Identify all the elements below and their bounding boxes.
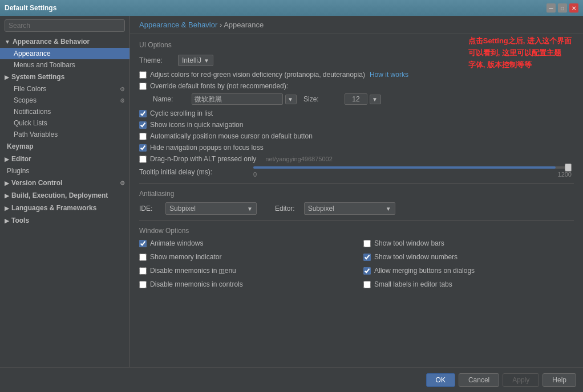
breadcrumb-parent[interactable]: Appearance & Behavior [139, 21, 217, 29]
disable-mnemonics-menu-checkbox[interactable] [139, 267, 147, 275]
content-inner: 点击Setting之后, 进入这个界面 可以看到, 这里可以配置主题 字体, 版… [130, 34, 583, 299]
cancel-button[interactable]: Cancel [459, 373, 499, 387]
sidebar-item-tools[interactable]: ▶ Tools [0, 214, 129, 227]
sidebar-item-appearance[interactable]: Appearance [0, 48, 129, 59]
animate-windows-row: Animate windows [139, 239, 350, 247]
tooltip-delay-section: Tooltip initial delay (ms): 0 1200 [139, 166, 574, 178]
disable-mnemonics-controls-row: Disable mnemonics in controls [139, 280, 350, 288]
small-labels-checkbox[interactable] [363, 281, 371, 288]
search-input[interactable] [5, 19, 125, 32]
allow-merging-buttons-checkbox[interactable] [363, 267, 371, 275]
hide-navigation-row: Hide navigation popups on focus loss [139, 144, 574, 152]
close-button[interactable]: ✕ [569, 3, 578, 13]
expand-arrow-icon: ▶ [5, 218, 9, 224]
sidebar-item-file-colors[interactable]: File Colors ⚙ [0, 83, 129, 95]
expand-arrow-icon: ▶ [5, 156, 9, 162]
small-labels-row: Small labels in editor tabs [363, 280, 574, 288]
title-bar: Default Settings ─ □ ✕ [0, 0, 583, 16]
show-tool-window-bars-label: Show tool window bars [374, 239, 444, 247]
font-name-dropdown[interactable]: ▼ [285, 95, 297, 104]
sidebar-item-notifications[interactable]: Notifications [0, 106, 129, 117]
animate-windows-checkbox[interactable] [139, 240, 147, 247]
sidebar-item-version-control[interactable]: ▶ Version Control ⚙ [0, 177, 129, 189]
font-name-input[interactable] [192, 93, 283, 105]
font-size-dropdown[interactable]: ▼ [370, 95, 381, 104]
font-size-input[interactable] [345, 93, 367, 105]
editor-aa-dropdown[interactable]: Subpixel ▼ [304, 202, 395, 215]
expand-arrow-icon: ▼ [5, 39, 10, 45]
cyclic-scrolling-checkbox[interactable] [139, 110, 147, 117]
watermark-text: net/yangying496875002 [265, 156, 332, 162]
sidebar-item-quick-lists[interactable]: Quick Lists [0, 117, 129, 129]
show-memory-indicator-checkbox[interactable] [139, 254, 147, 261]
ok-button[interactable]: OK [426, 373, 455, 387]
slider-thumb[interactable] [565, 164, 572, 172]
expand-arrow-icon: ▶ [5, 205, 9, 211]
slider-fill [253, 166, 556, 169]
show-memory-indicator-row: Show memory indicator [139, 253, 350, 261]
show-tool-window-bars-row: Show tool window bars [363, 239, 574, 247]
sidebar-item-keymap[interactable]: Keymap [0, 140, 129, 153]
sidebar-item-editor[interactable]: ▶ Editor [0, 153, 129, 165]
window-controls: ─ □ ✕ [546, 3, 578, 13]
allow-merging-buttons-label: Allow merging buttons on dialogs [374, 267, 475, 275]
maximize-button[interactable]: □ [558, 3, 567, 13]
drag-drop-label: Drag-n-Drop with ALT pressed only [150, 155, 256, 163]
ide-aa-dropdown[interactable]: Subpixel ▼ [165, 202, 257, 215]
allow-merging-buttons-row: Allow merging buttons on dialogs [363, 267, 574, 275]
disable-mnemonics-menu-row: Disable mnemonics in menu [139, 267, 350, 275]
window-options-grid: Animate windows Show tool window bars Sh… [139, 239, 574, 292]
show-memory-indicator-label: Show memory indicator [150, 253, 221, 261]
how-it-works-link[interactable]: How it works [370, 71, 408, 79]
sidebar-item-languages-frameworks[interactable]: ▶ Languages & Frameworks [0, 202, 129, 214]
sidebar-item-scopes[interactable]: Scopes ⚙ [0, 95, 129, 106]
disable-mnemonics-menu-label: Disable mnemonics in menu [150, 267, 236, 275]
auto-position-label: Automatically position mouse cursor on d… [150, 132, 313, 140]
window-options-section-label: Window Options [139, 227, 574, 235]
slider-max-label: 1200 [558, 171, 572, 178]
show-tool-window-numbers-checkbox[interactable] [363, 254, 371, 261]
help-button[interactable]: Help [542, 373, 576, 387]
animate-windows-label: Animate windows [150, 239, 203, 247]
auto-position-checkbox[interactable] [139, 133, 147, 140]
show-tool-window-numbers-row: Show tool window numbers [363, 253, 574, 261]
ide-aa-label: IDE: [139, 205, 156, 213]
show-icons-checkbox[interactable] [139, 121, 147, 129]
dropdown-arrow-icon: ▼ [288, 96, 293, 103]
sidebar-item-system-settings[interactable]: ▶ System Settings [0, 71, 129, 83]
theme-label: Theme: [139, 56, 173, 64]
bottom-bar: OK Cancel Apply Help [0, 367, 583, 392]
override-fonts-checkbox-row: Override default fonts by (not recommend… [139, 82, 574, 90]
small-labels-label: Small labels in editor tabs [374, 280, 452, 288]
sidebar-item-plugins[interactable]: Plugins [0, 165, 129, 177]
override-fonts-label: Override default fonts by (not recommend… [150, 82, 288, 90]
main-container: ▼ Appearance & Behavior Appearance Menus… [0, 16, 583, 367]
red-green-label: Adjust colors for red-green vision defic… [150, 71, 365, 79]
sidebar-item-appearance-behavior[interactable]: ▼ Appearance & Behavior [0, 35, 129, 48]
ui-options-section-label: UI Options [139, 41, 574, 49]
override-fonts-checkbox[interactable] [139, 83, 147, 90]
disable-mnemonics-controls-checkbox[interactable] [139, 281, 147, 288]
hide-navigation-label: Hide navigation popups on focus loss [150, 144, 264, 152]
font-size-label: Size: [303, 95, 338, 103]
hide-navigation-checkbox[interactable] [139, 144, 147, 152]
red-green-checkbox[interactable] [139, 71, 147, 79]
show-tool-window-bars-checkbox[interactable] [363, 240, 371, 247]
theme-dropdown[interactable]: IntelliJ ▼ [178, 55, 213, 66]
auto-position-row: Automatically position mouse cursor on d… [139, 132, 574, 140]
drag-drop-row: Drag-n-Drop with ALT pressed only net/ya… [139, 155, 574, 163]
sidebar-item-build-execution[interactable]: ▶ Build, Execution, Deployment [0, 189, 129, 202]
theme-row: Theme: IntelliJ ▼ [139, 55, 574, 66]
expand-arrow-icon: ▶ [5, 193, 9, 199]
sidebar-item-path-variables[interactable]: Path Variables [0, 129, 129, 140]
minimize-button[interactable]: ─ [546, 3, 556, 13]
show-icons-label: Show icons in quick navigation [150, 121, 243, 129]
dropdown-arrow-icon: ▼ [372, 96, 378, 103]
font-row: Name: ▼ Size: ▼ [153, 93, 574, 105]
apply-button[interactable]: Apply [503, 373, 539, 387]
dropdown-arrow-icon: ▼ [386, 206, 391, 212]
sidebar-item-menus-toolbars[interactable]: Menus and Toolbars [0, 59, 129, 71]
divider-2 [139, 220, 574, 221]
divider-1 [139, 183, 574, 184]
drag-drop-checkbox[interactable] [139, 156, 147, 163]
